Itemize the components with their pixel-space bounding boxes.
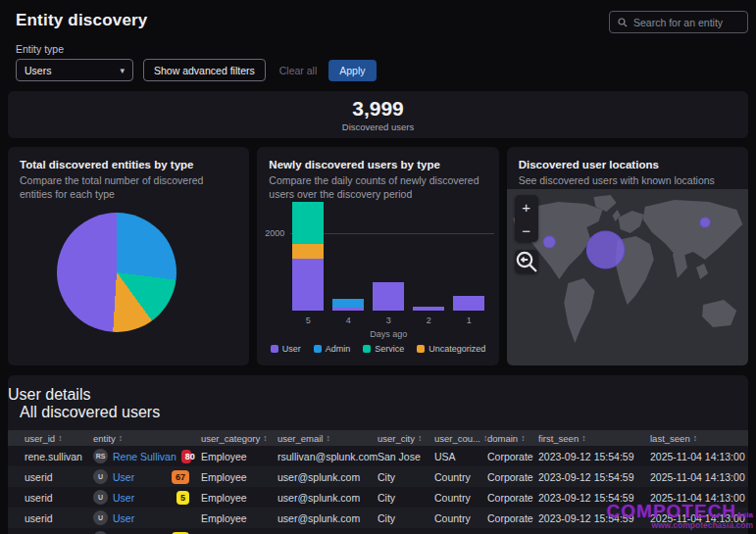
legend-swatch (363, 345, 371, 353)
user-location-bubble[interactable] (700, 218, 710, 227)
show-advanced-filters-button[interactable]: Show advanced filters (143, 59, 266, 81)
bar-segment-user (373, 282, 404, 311)
cell-user-country: Country (434, 512, 487, 524)
cell-last-seen: 2025-11-04 14:13:00 (650, 512, 748, 524)
bar-panel: Newly discovered users by type Compare t… (257, 147, 498, 365)
column-label: user_city (378, 433, 415, 444)
bar-segment-user (332, 308, 364, 312)
cell-user-email: user@splunk.com (277, 512, 378, 524)
user-location-bubble[interactable] (586, 231, 624, 268)
cell-user-category: Employee (201, 451, 277, 462)
column-header-entity[interactable]: entity↕ (93, 433, 201, 444)
table-row[interactable]: useridUUser67Employeeuser@splunk.comCity… (8, 466, 748, 487)
user-details-panel: User details All discovered users user_i… (8, 375, 748, 534)
world-map[interactable]: + − (507, 189, 748, 365)
cell-user-email: rsullivan@splunk.com (277, 451, 378, 462)
x-axis-ticks: 54321 (290, 316, 486, 325)
clear-all-button[interactable]: Clear all (279, 65, 318, 76)
bar-3[interactable] (373, 282, 404, 311)
cell-last-seen: 2025-11-04 14:13:00 (650, 492, 748, 504)
sort-icon: ↕ (326, 433, 329, 443)
discovered-users-caption: Discovered users (342, 121, 414, 132)
x-tick: 5 (292, 316, 324, 325)
risk-score-badge: 5 (176, 491, 189, 505)
table-row[interactable]: useridUUser15Employeeuser@splunk.comCity… (8, 528, 748, 534)
filter-bar: Users ▾ Show advanced filters Clear all … (16, 59, 756, 81)
pie-chart[interactable] (57, 213, 176, 332)
legend-swatch (417, 345, 425, 353)
column-header-user_cou[interactable]: user_cou...↕ (434, 433, 487, 444)
entity-link[interactable]: Rene Sullivan (113, 451, 176, 462)
cell-user-city: City (378, 471, 434, 483)
sort-icon: ↕ (263, 433, 267, 443)
legend-item-uncategorized[interactable]: Uncategorized (417, 344, 485, 354)
column-header-user_category[interactable]: user_category↕ (201, 433, 277, 444)
discovered-users-count: 3,999 (352, 97, 404, 121)
entity-link[interactable]: User (113, 512, 134, 524)
apply-button[interactable]: Apply (328, 60, 376, 81)
column-header-user_id[interactable]: user_id↕ (25, 433, 93, 444)
sort-icon: ↕ (521, 433, 525, 443)
entity-link[interactable]: User (113, 492, 134, 504)
legend-item-user[interactable]: User (271, 344, 301, 354)
cell-user-country: Country (434, 471, 487, 483)
bar-title: Newly discovered users by type (257, 147, 498, 170)
user-location-bubble[interactable] (543, 236, 555, 248)
sort-icon: ↕ (58, 433, 62, 443)
entity-type-dropdown[interactable]: Users ▾ (16, 59, 133, 81)
sort-icon: ↕ (693, 433, 697, 443)
entity-type-value: Users (25, 65, 51, 76)
table-subtitle: All discovered users (8, 404, 748, 421)
column-header-user_email[interactable]: user_email↕ (277, 433, 378, 444)
bar-segment-service (292, 202, 324, 244)
column-header-first_seen[interactable]: first_seen↕ (538, 433, 650, 444)
cell-first-seen: 2023-09-12 15:54:59 (538, 451, 650, 462)
avatar: U (93, 469, 108, 484)
legend-label: Uncategorized (428, 344, 485, 354)
bar-segment-uncategorized (292, 244, 324, 260)
bar-chart[interactable]: 2000 (290, 198, 486, 311)
risk-score-badge: 67 (172, 470, 189, 484)
map-zoom-in-button[interactable]: + (515, 195, 538, 218)
search-input[interactable] (633, 17, 739, 28)
x-tick: 3 (373, 316, 404, 325)
table-row[interactable]: rene.sullivanRSRene Sullivan80Employeers… (8, 446, 748, 466)
cell-user-category: Employee (201, 492, 277, 504)
column-label: first_seen (538, 433, 579, 444)
entity-search[interactable] (609, 11, 748, 33)
risk-score-badge: 80 (181, 450, 191, 463)
bar-5[interactable] (292, 202, 324, 311)
map-zoom-out-button[interactable]: − (515, 218, 538, 242)
bar-segment-user (292, 259, 324, 311)
cell-user-category: Employee (201, 471, 277, 483)
legend-label: Admin (326, 344, 351, 354)
entity-type-label: Entity type (16, 43, 756, 55)
map-title: Discovered user locations (507, 147, 748, 170)
bar-2[interactable] (413, 307, 444, 311)
cell-user-id: rene.sullivan (25, 451, 93, 462)
bar-4[interactable] (332, 299, 364, 312)
column-label: user_id (25, 433, 55, 444)
legend-item-service[interactable]: Service (363, 344, 404, 354)
column-label: user_cou... (434, 433, 480, 444)
map-subtitle: See discovered users with known location… (507, 170, 748, 187)
cell-user-city: San Jose (378, 451, 434, 462)
cell-user-id: userid (25, 512, 93, 524)
bar-1[interactable] (453, 296, 484, 311)
page-header: Entity discovery (0, 0, 756, 33)
cell-user-category: Employee (201, 512, 277, 524)
column-header-domain[interactable]: domain↕ (487, 433, 538, 444)
entity-link[interactable]: User (113, 471, 134, 483)
table-title: User details (8, 375, 748, 404)
table-row[interactable]: useridUUser5Employeeuser@splunk.comCityC… (8, 487, 748, 508)
bar-legend: UserAdminServiceUncategorized (257, 344, 498, 354)
column-label: user_email (277, 433, 323, 444)
magnifier-icon (515, 250, 538, 273)
column-header-user_city[interactable]: user_city↕ (378, 433, 434, 444)
column-header-last_seen[interactable]: last_seen↕ (650, 433, 748, 444)
table-row[interactable]: useridUUserEmployeeuser@splunk.comCityCo… (8, 508, 748, 528)
map-zoom-reset-button[interactable] (515, 250, 538, 273)
pie-title: Total discovered entities by type (8, 147, 249, 170)
legend-item-admin[interactable]: Admin (314, 344, 351, 354)
table-body: rene.sullivanRSRene Sullivan80Employeers… (8, 446, 748, 534)
